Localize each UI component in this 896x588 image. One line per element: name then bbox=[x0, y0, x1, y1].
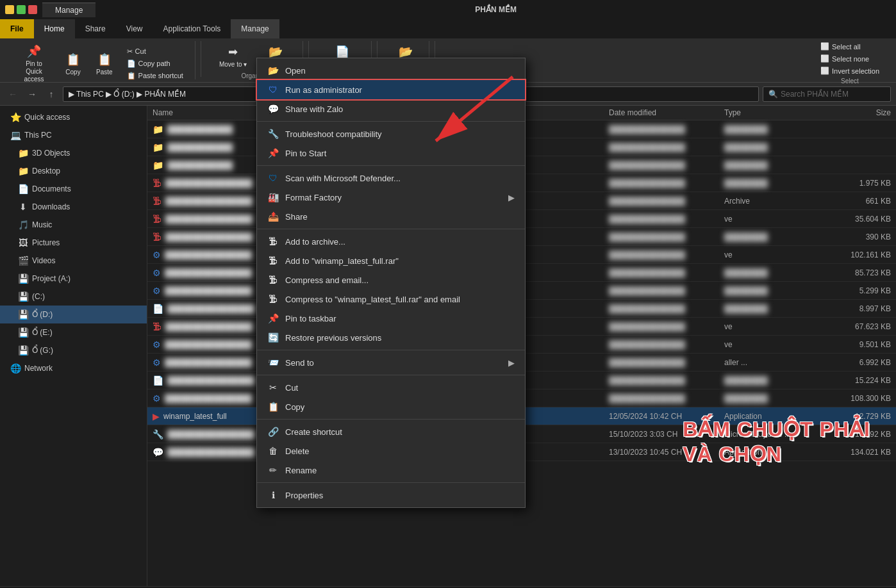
ctx-create-shortcut[interactable]: 🔗 Create shortcut bbox=[257, 422, 525, 441]
ctx-add-rar[interactable]: 🗜 Add to "winamp_latest_full.rar" bbox=[257, 251, 525, 270]
sidebar-item-drived[interactable]: 💾 Ổ (D:) bbox=[0, 306, 147, 323]
drive-e-icon: 💾 bbox=[18, 327, 28, 338]
search-box[interactable]: 🔍 Search PHẦN MỀM bbox=[763, 86, 891, 102]
documents-icon: 📄 bbox=[18, 184, 28, 194]
sidebar-item-projecta[interactable]: 💾 Project (A:) bbox=[0, 270, 147, 288]
tab-manage[interactable]: Manage bbox=[231, 19, 279, 38]
sidebar-label-drivee: Ổ (E:) bbox=[32, 328, 53, 337]
ctx-open[interactable]: 📂 Open bbox=[257, 61, 525, 80]
invert-selection-button[interactable]: ⬜ Invert selection bbox=[817, 65, 883, 76]
ctx-share-zalo[interactable]: 💬 Share with Zalo bbox=[257, 99, 525, 118]
ctx-compress-email[interactable]: 🗜 Compress and email... bbox=[257, 270, 525, 290]
folder-icon: 📁 bbox=[153, 124, 163, 135]
sidebar-item-desktop[interactable]: 📁 Desktop bbox=[0, 162, 147, 180]
search-placeholder: Search PHẦN MỀM bbox=[781, 90, 849, 99]
ctx-add-archive[interactable]: 🗜 Add to archive... bbox=[257, 232, 525, 251]
sidebar-item-network[interactable]: 🌐 Network bbox=[0, 359, 147, 377]
ctx-share[interactable]: 📤 Share bbox=[257, 207, 525, 226]
file-size: 134.021 KB bbox=[827, 448, 891, 457]
paste-button[interactable]: 📋 Paste bbox=[91, 49, 118, 78]
ctx-rename[interactable]: ✏ Rename bbox=[257, 461, 525, 480]
maximize-button[interactable] bbox=[17, 5, 26, 14]
copy-button[interactable]: 📋 Copy bbox=[60, 49, 86, 78]
tab-apptools[interactable]: Application Tools bbox=[153, 19, 231, 38]
compress-rar-icon: 🗜 bbox=[267, 293, 279, 305]
cut-button[interactable]: ✂ Cut bbox=[123, 46, 187, 57]
file-size: 108.300 KB bbox=[827, 394, 891, 403]
sidebar-label-3dobjects: 3D Objects bbox=[32, 149, 70, 158]
ctx-restore-versions[interactable]: 🔄 Restore previous versions bbox=[257, 328, 525, 347]
file-size: 85.723 KB bbox=[827, 268, 891, 277]
sidebar-item-quickaccess[interactable]: ⭐ Quick access bbox=[0, 108, 147, 126]
copy-icon: 📋 bbox=[65, 52, 81, 67]
select-none-button[interactable]: ⬜ Select none bbox=[817, 53, 883, 64]
tab-file[interactable]: File bbox=[0, 19, 34, 38]
sidebar-label-pictures: Pictures bbox=[32, 238, 60, 247]
ctx-delete[interactable]: 🗑 Delete bbox=[257, 441, 525, 461]
ctx-pin-start[interactable]: 📌 Pin to Start bbox=[257, 143, 525, 163]
file-type: ve bbox=[724, 340, 827, 349]
pin-to-quick-access-button[interactable]: 📌 Pin to Quick access bbox=[13, 41, 55, 86]
title-bar: Manage PHẦN MỀM bbox=[0, 0, 896, 19]
file-type: Microsoft Update ... bbox=[724, 430, 827, 439]
winamp-date: 12/05/2024 10:42 CH bbox=[609, 412, 724, 421]
sidebar-item-drivec[interactable]: 💾 (C:) bbox=[0, 288, 147, 306]
winamp-filename: winamp_latest_full bbox=[163, 412, 227, 421]
ctx-pin-taskbar[interactable]: 📌 Pin to taskbar bbox=[257, 309, 525, 328]
shield-icon: 🛡 bbox=[267, 84, 279, 95]
ctx-run-as-admin[interactable]: 🛡 Run as administrator bbox=[257, 80, 525, 99]
tab-home[interactable]: Home bbox=[34, 19, 75, 38]
select-all-button[interactable]: ⬜ Select all bbox=[817, 41, 883, 52]
clipboard-buttons: 📌 Pin to Quick access 📋 Copy 📋 Paste ✂ C… bbox=[13, 41, 187, 86]
sidebar-item-videos[interactable]: 🎬 Videos bbox=[0, 252, 147, 270]
sidebar-item-documents[interactable]: 📄 Documents bbox=[0, 180, 147, 198]
window-title: PHẦN MỀM bbox=[101, 5, 891, 14]
sidebar-item-pictures[interactable]: 🖼 Pictures bbox=[0, 234, 147, 252]
up-button[interactable]: ↑ bbox=[44, 86, 59, 102]
rar-icon: 🗜 bbox=[153, 178, 162, 188]
sidebar-label-videos: Videos bbox=[32, 256, 55, 265]
ctx-defender[interactable]: 🛡 Scan with Microsoft Defender... bbox=[257, 168, 525, 188]
archive-icon: 🗜 bbox=[267, 236, 279, 247]
exe-icon: ⚙ bbox=[153, 268, 161, 278]
ctx-copy[interactable]: 📋 Copy bbox=[257, 397, 525, 416]
sidebar-label-downloads: Downloads bbox=[32, 202, 70, 211]
sidebar-item-3dobjects[interactable]: 📁 3D Objects bbox=[0, 144, 147, 162]
paste-shortcut-button[interactable]: 📋 Paste shortcut bbox=[123, 70, 187, 81]
ctx-sep-5 bbox=[257, 375, 525, 375]
shortcut-icon: 🔗 bbox=[267, 426, 279, 437]
copy-path-button[interactable]: 📄 Copy path bbox=[123, 58, 187, 69]
drive-c-icon: 💾 bbox=[18, 291, 28, 302]
tab-view[interactable]: View bbox=[116, 19, 153, 38]
ctx-compress-rar-email[interactable]: 🗜 Compress to "winamp_latest_full.rar" a… bbox=[257, 290, 525, 309]
ctx-troubleshoot[interactable]: 🔧 Troubleshoot compatibility bbox=[257, 124, 525, 143]
close-button[interactable] bbox=[28, 5, 37, 14]
select-small-group: ⬜ Select all ⬜ Select none ⬜ Invert sele… bbox=[817, 41, 883, 76]
forward-button[interactable]: → bbox=[24, 86, 40, 102]
back-button[interactable]: ← bbox=[5, 86, 21, 102]
sidebar-item-music[interactable]: 🎵 Music bbox=[0, 216, 147, 234]
ctx-cut[interactable]: ✂ Cut bbox=[257, 378, 525, 397]
ctx-send-to[interactable]: 📨 Send to ▶ bbox=[257, 353, 525, 372]
file-type: ve bbox=[724, 322, 827, 331]
ctx-format-factory[interactable]: 🏭 Format Factory ▶ bbox=[257, 188, 525, 207]
sidebar-label-driveg: Ổ (G:) bbox=[32, 346, 53, 355]
winamp-type: Application bbox=[724, 412, 827, 421]
zalo-icon: 💬 bbox=[267, 103, 279, 115]
sidebar-item-driveg[interactable]: 💾 Ổ (G:) bbox=[0, 341, 147, 359]
tab-share[interactable]: Share bbox=[75, 19, 116, 38]
ctx-properties[interactable]: ℹ Properties bbox=[257, 486, 525, 505]
factory-icon: 🏭 bbox=[267, 192, 279, 203]
sidebar-item-downloads[interactable]: ⬇ Downloads bbox=[0, 198, 147, 216]
minimize-button[interactable] bbox=[5, 5, 14, 14]
sidebar-item-thispc[interactable]: 💻 This PC bbox=[0, 126, 147, 144]
manage-tab[interactable]: Manage bbox=[42, 3, 95, 17]
exe-icon: ⚙ bbox=[153, 393, 161, 404]
file-size: 8.997 KB bbox=[827, 304, 891, 313]
ribbon-group-clipboard: 📌 Pin to Quick access 📋 Copy 📋 Paste ✂ C… bbox=[5, 41, 195, 79]
exe-icon: ⚙ bbox=[153, 357, 161, 368]
move-to-button[interactable]: ➡ Move to ▾ bbox=[214, 42, 252, 70]
sidebar-item-drivee[interactable]: 💾 Ổ (E:) bbox=[0, 323, 147, 341]
window-controls[interactable] bbox=[5, 5, 37, 14]
rename-icon: ✏ bbox=[267, 464, 279, 476]
